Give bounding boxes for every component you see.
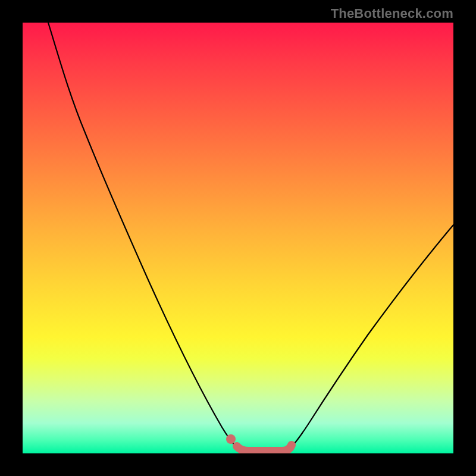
watermark-text: TheBottleneck.com [331, 6, 453, 21]
right-curve [290, 225, 453, 449]
plot-area [23, 23, 453, 453]
chart-svg [23, 23, 453, 453]
chart-frame: TheBottleneck.com [0, 0, 476, 476]
marker-dot [226, 434, 236, 444]
left-curve [48, 23, 238, 449]
bottleneck-marker [237, 445, 292, 451]
